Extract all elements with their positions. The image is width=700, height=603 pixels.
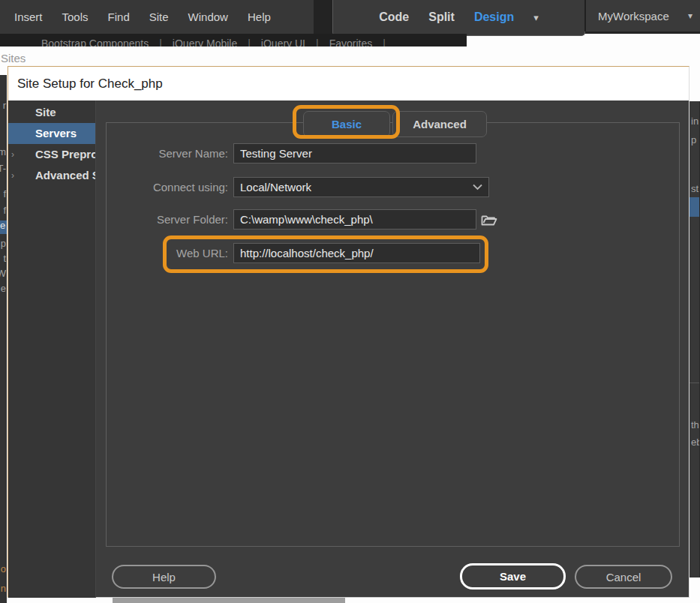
sites-panel-label: Sites bbox=[1, 52, 26, 64]
sidebar-item-label: Advanced Settings bbox=[35, 169, 95, 182]
view-dropdown-caret-icon[interactable]: ▾ bbox=[533, 12, 539, 23]
edge-text-fragment: W bbox=[0, 268, 6, 279]
tab-bootstrap-components: Bootstrap Components bbox=[41, 34, 149, 46]
design-view-button[interactable]: Design bbox=[474, 10, 514, 24]
edge-text-fragment: T- bbox=[0, 164, 6, 174]
workspace-caret-icon: ▾ bbox=[688, 10, 692, 21]
folder-icon bbox=[481, 213, 497, 226]
web-url-input[interactable] bbox=[233, 243, 480, 263]
menu-help[interactable]: Help bbox=[238, 0, 281, 34]
tab-jquery-ui: jQuery UI bbox=[261, 34, 305, 46]
web-url-label: Web URL: bbox=[113, 243, 228, 263]
edge-text-fragment: o bbox=[1, 564, 6, 574]
edge-text-fragment: in bbox=[691, 116, 698, 127]
dialog-sidebar: Site Servers › CSS Preprocessors › Advan… bbox=[8, 100, 96, 598]
edge-text-fragment: f bbox=[3, 189, 6, 200]
menu-bar: Insert Tools Find Site Window Help bbox=[0, 0, 314, 34]
browse-folder-button[interactable] bbox=[480, 212, 498, 227]
background-selected-row bbox=[689, 197, 700, 217]
sidebar-item-label: Site bbox=[35, 106, 56, 118]
help-button[interactable]: Help bbox=[112, 565, 216, 589]
dialog-title: Site Setup for Check_php bbox=[8, 67, 689, 100]
edge-text-fragment: st bbox=[691, 184, 698, 194]
code-view-button[interactable]: Code bbox=[379, 10, 409, 24]
workspace-switcher[interactable]: MyWorkspace ▾ bbox=[584, 0, 700, 32]
menu-window[interactable]: Window bbox=[179, 0, 238, 34]
edge-text-fragment: e bbox=[1, 284, 6, 294]
menu-tools[interactable]: Tools bbox=[53, 0, 98, 34]
background-left-edge: r m T- f f e p t W e o n bbox=[0, 75, 7, 603]
edge-text-fragment: f bbox=[3, 206, 6, 216]
connect-using-value: Local/Network bbox=[240, 181, 311, 194]
edge-text-fragment: th bbox=[691, 420, 699, 430]
chevron-down-icon bbox=[473, 184, 482, 190]
sidebar-item-advanced-settings[interactable]: › Advanced Settings bbox=[8, 165, 95, 186]
view-switcher: Code Split Design ▾ bbox=[332, 0, 585, 36]
menu-site[interactable]: Site bbox=[140, 0, 179, 34]
edge-text-fragment: n bbox=[1, 584, 6, 594]
server-name-input[interactable] bbox=[233, 143, 476, 164]
connect-using-label: Connect using: bbox=[113, 177, 228, 197]
cancel-button[interactable]: Cancel bbox=[575, 565, 672, 589]
sidebar-item-label: CSS Preprocessors bbox=[35, 148, 95, 160]
edge-text-fragment: p bbox=[1, 238, 6, 249]
chevron-right-icon: › bbox=[11, 144, 14, 165]
menu-insert[interactable]: Insert bbox=[5, 0, 53, 34]
tab-separator: | bbox=[372, 34, 396, 46]
tab-separator: | bbox=[149, 34, 173, 46]
tab-separator: | bbox=[305, 34, 329, 46]
edge-text-fragment: r bbox=[3, 100, 6, 111]
insert-panel-tabstrip: Bootstrap Components | jQuery Mobile | j… bbox=[0, 34, 467, 46]
server-folder-label: Server Folder: bbox=[113, 209, 228, 230]
edge-text-fragment: eb bbox=[691, 437, 700, 448]
tab-jquery-mobile: jQuery Mobile bbox=[173, 34, 237, 46]
edge-text-fragment: m bbox=[0, 147, 6, 158]
tab-favorites: Favorites bbox=[329, 34, 373, 46]
tab-basic[interactable]: Basic bbox=[303, 111, 390, 137]
site-setup-dialog: Site Setup for Check_php Site Servers › … bbox=[8, 66, 689, 598]
connect-using-select[interactable]: Local/Network bbox=[233, 177, 489, 197]
sidebar-item-css-preprocessors[interactable]: › CSS Preprocessors bbox=[8, 144, 95, 165]
save-button[interactable]: Save bbox=[460, 563, 566, 590]
app-top-bar: Insert Tools Find Site Window Help Code … bbox=[0, 0, 700, 34]
background-bottom-fragment bbox=[113, 598, 345, 603]
tab-advanced[interactable]: Advanced bbox=[392, 111, 487, 137]
background-right-edge: in p st th eb bbox=[689, 101, 700, 578]
edge-text-fragment: t bbox=[3, 254, 6, 264]
server-folder-input[interactable] bbox=[233, 209, 476, 230]
sidebar-item-site[interactable]: Site bbox=[8, 102, 95, 123]
server-name-label: Server Name: bbox=[113, 143, 228, 164]
edge-text-fragment: p bbox=[691, 135, 696, 146]
sidebar-item-servers[interactable]: Servers bbox=[8, 123, 95, 144]
tab-separator: | bbox=[237, 34, 261, 46]
chevron-right-icon: › bbox=[11, 165, 14, 186]
menu-find[interactable]: Find bbox=[98, 0, 140, 34]
background-divider bbox=[689, 382, 700, 383]
sidebar-item-label: Servers bbox=[35, 127, 77, 140]
workspace-label: MyWorkspace bbox=[598, 10, 669, 22]
edge-text-fragment: e bbox=[0, 220, 7, 234]
split-view-button[interactable]: Split bbox=[428, 10, 455, 24]
